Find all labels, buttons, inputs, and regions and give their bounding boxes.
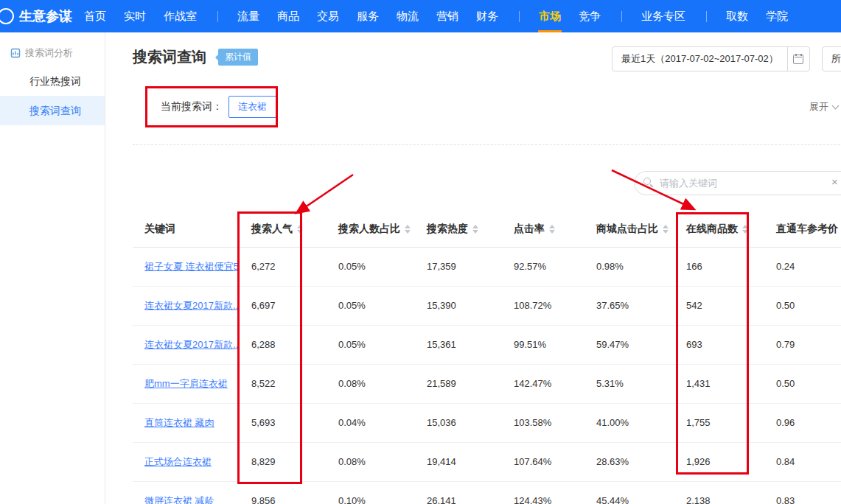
clear-input-icon[interactable]: × <box>831 175 838 188</box>
col-header-search-popularity[interactable]: 搜索人气 <box>240 211 327 247</box>
cell-mall-click-ratio: 5.31% <box>584 364 674 403</box>
cell-searcher-ratio: 0.08% <box>327 364 415 403</box>
cell-ztc-price: 0.79 <box>764 325 841 364</box>
table-row: 直筒连衣裙 藏肉 5,693 0.04% 15,036 103.58% 41.0… <box>133 403 841 442</box>
nav-divider <box>217 11 218 22</box>
nav-finance[interactable]: 财务 <box>476 0 498 32</box>
cell-searcher-ratio: 0.10% <box>327 481 415 504</box>
cell-search-popularity: 6,697 <box>240 286 327 325</box>
app-logo-text: 生意参谋 <box>19 7 72 25</box>
keyword-link[interactable]: 肥mm一字肩连衣裙 <box>144 378 228 389</box>
calendar-button[interactable] <box>787 47 809 71</box>
date-range-selector[interactable]: 最近1天（2017-07-02~2017-07-02） <box>612 46 810 71</box>
col-header-mall-click-ratio[interactable]: 商城点击占比 <box>584 211 674 247</box>
cell-click-rate: 99.51% <box>502 325 584 364</box>
cell-mall-click-ratio: 59.47% <box>584 325 674 364</box>
app-logo[interactable]: 生意参谋 <box>0 7 72 25</box>
nav-service[interactable]: 服务 <box>357 0 379 32</box>
cell-search-popularity: 8,522 <box>240 364 327 403</box>
main-content: 搜索词查询 累计值 最近1天（2017-07-02~2017-07-02） 所有… <box>105 32 841 504</box>
nav-war-room[interactable]: 作战室 <box>164 0 197 32</box>
nav-trade[interactable]: 交易 <box>317 0 339 32</box>
page-header: 搜索词查询 累计值 <box>133 47 258 67</box>
section-divider <box>133 144 841 145</box>
cell-search-popularity: 6,288 <box>240 325 327 364</box>
keyword-search: × <box>634 171 841 195</box>
header-right-controls: 最近1天（2017-07-02~2017-07-02） 所有终端 <box>612 46 841 71</box>
cell-online-products: 542 <box>674 286 764 325</box>
sidebar-section-search-word-analysis: 搜索词分析 <box>0 40 105 66</box>
cell-click-rate: 108.72% <box>502 286 584 325</box>
keyword-link[interactable]: 连衣裙女夏2017新款... <box>144 339 240 350</box>
cell-click-rate: 124.43% <box>502 481 584 504</box>
terminal-selector[interactable]: 所有终端 <box>822 46 841 71</box>
expand-toggle[interactable]: 展开 <box>809 100 838 113</box>
nav-goods[interactable]: 商品 <box>277 0 299 32</box>
col-header-search-heat[interactable]: 搜索热度 <box>415 211 502 247</box>
nav-realtime[interactable]: 实时 <box>124 0 146 32</box>
col-header-ztc-reference-price[interactable]: 直通车参考价 <box>764 211 841 247</box>
sidebar-item-industry-hot-words[interactable]: 行业热搜词 <box>0 66 105 96</box>
calendar-icon <box>793 55 803 64</box>
cell-searcher-ratio: 0.05% <box>327 247 415 286</box>
sort-icon <box>405 225 411 234</box>
page-title: 搜索词查询 <box>133 47 206 67</box>
sort-icon <box>472 225 478 234</box>
table-row: 连衣裙女夏2017新款... 6,697 0.05% 15,390 108.72… <box>133 286 841 325</box>
analysis-report-icon <box>10 48 21 58</box>
col-header-searcher-ratio[interactable]: 搜索人数占比 <box>327 211 415 247</box>
search-icon <box>643 178 651 185</box>
terminal-selector-label: 所有终端 <box>831 52 841 66</box>
nav-data-extract[interactable]: 取数 <box>726 0 748 32</box>
col-header-click-rate[interactable]: 点击率 <box>502 211 584 247</box>
table-row: 微胖连衣裙 减龄 9,856 0.10% 26,141 124.43% 45.4… <box>133 481 841 504</box>
cell-search-popularity: 9,856 <box>240 481 327 504</box>
keyword-link[interactable]: 裙子女夏 连衣裙便宜5... <box>144 261 240 272</box>
cell-search-heat: 15,390 <box>415 286 502 325</box>
cell-ztc-price: 0.24 <box>764 247 841 286</box>
sort-icon <box>297 225 303 234</box>
cell-search-heat: 21,589 <box>415 364 502 403</box>
cell-searcher-ratio: 0.05% <box>327 325 415 364</box>
cell-mall-click-ratio: 28.63% <box>584 442 674 481</box>
cell-search-popularity: 6,272 <box>240 247 327 286</box>
keyword-search-input[interactable] <box>634 171 841 195</box>
cell-ztc-price: 0.84 <box>764 442 841 481</box>
cell-online-products: 166 <box>674 247 764 286</box>
cell-online-products: 693 <box>674 325 764 364</box>
cell-ztc-price: 0.50 <box>764 286 841 325</box>
cell-click-rate: 107.64% <box>502 442 584 481</box>
cell-mall-click-ratio: 0.98% <box>584 247 674 286</box>
nav-logistics[interactable]: 物流 <box>397 0 419 32</box>
cell-click-rate: 92.57% <box>502 247 584 286</box>
keyword-link[interactable]: 连衣裙女夏2017新款... <box>144 300 240 311</box>
cell-mall-click-ratio: 41.00% <box>584 403 674 442</box>
cell-searcher-ratio: 0.08% <box>327 442 415 481</box>
chevron-down-icon <box>832 102 840 109</box>
nav-marketing[interactable]: 营销 <box>436 0 458 32</box>
keyword-link[interactable]: 微胖连衣裙 减龄 <box>144 495 214 504</box>
nav-home[interactable]: 首页 <box>84 0 106 32</box>
nav-market[interactable]: 市场 <box>539 0 561 32</box>
nav-business-zone[interactable]: 业务专区 <box>641 0 685 32</box>
nav-academy[interactable]: 学院 <box>766 0 788 32</box>
sort-icon <box>549 225 555 234</box>
cell-ztc-price: 0.83 <box>764 481 841 504</box>
cell-searcher-ratio: 0.05% <box>327 286 415 325</box>
search-words-table: 关键词 搜索人气 搜索人数占比 搜索热度 <box>133 211 841 504</box>
sidebar-item-search-word-query[interactable]: 搜索词查询 <box>0 96 105 125</box>
keyword-link[interactable]: 正式场合连衣裙 <box>144 456 212 467</box>
cumulative-value-badge: 累计值 <box>218 49 258 66</box>
table-header-row: 关键词 搜索人气 搜索人数占比 搜索热度 <box>133 211 841 247</box>
nav-competition[interactable]: 竞争 <box>579 0 601 32</box>
keyword-link[interactable]: 直筒连衣裙 藏肉 <box>144 417 214 428</box>
col-header-online-products[interactable]: 在线商品数 <box>674 211 764 247</box>
cell-search-heat: 26,141 <box>415 481 502 504</box>
sort-icon <box>742 225 748 234</box>
current-search-term-value[interactable]: 连衣裙 <box>228 96 276 118</box>
nav-traffic[interactable]: 流量 <box>237 0 259 32</box>
cell-online-products: 1,431 <box>674 364 764 403</box>
cell-search-heat: 19,414 <box>415 442 502 481</box>
cell-search-heat: 17,359 <box>415 247 502 286</box>
nav-divider <box>621 11 622 22</box>
